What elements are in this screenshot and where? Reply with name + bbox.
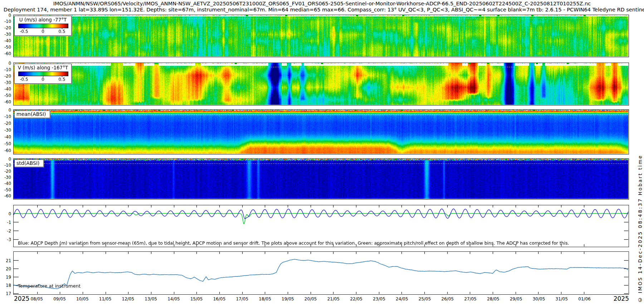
depth-variation-note: Blue: ADCP Depth (m) variation from sens… [18,240,569,246]
adcp-summary-figure: IMOS/ANMN/NSW/ORS065/Velocity/IMOS_ANMN-… [0,0,644,304]
x-tick-label: 22/05 [346,296,366,301]
absi-mean-heatmap [14,110,628,154]
y-tick-label: -50 [4,45,11,50]
colorbar-tick-label: 0.5 [58,77,65,82]
y-tick-label: -60 [4,99,11,104]
x-tick-label: 13/05 [141,296,161,301]
colorbar-tick-label: -0.5 [20,77,28,82]
y-tick-label: -20 [4,25,11,30]
x-tick-label: 18/05 [255,296,275,301]
y-tick-label: -20 [4,74,11,79]
panel-u-velocity: U (m/s) along -77°T -0.5 0 0.5 [13,15,629,57]
y-axis-temperature: 1718192021 [0,251,12,295]
y-tick-label: -30 [4,175,11,180]
y-axis-depth-absi-std: 0-10-20-30-40-50-60 [0,158,12,200]
x-tick-label: 26/05 [438,296,458,301]
y-tick-label: -40 [4,134,11,139]
y-tick-label: 0 [9,211,11,216]
y-axis-depth-absi-mean: 0-10-20-30-40-50-60 [0,109,12,155]
absi-std-heatmap [14,159,628,199]
panel-absi-std: std(ABSI) [13,158,629,200]
y-tick-label: -60 [4,193,11,198]
x-tick-label: 10/05 [72,296,92,301]
x-axis-year-left: 2025 [14,295,29,302]
x-tick-label: 31/05 [552,296,572,301]
u-colorbar-legend: U (m/s) along -77°T -0.5 0 0.5 [14,16,72,36]
title-filename: IMOS/ANMN/NSW/ORS065/Velocity/IMOS_ANMN-… [4,1,640,6]
y-axis-depth-v: 0-10-20-30-40-50-60 [0,63,12,106]
y-tick-label: -60 [4,148,11,153]
copyright-stamp: © IMOS 14-Dec-2025 08:48:37 Hobart time [637,138,643,303]
y-tick-label: -1 [7,220,11,225]
colorbar-tick-label: 0 [42,29,44,34]
y-axis-depth-variation: 0-1-2-3 [0,205,12,247]
x-tick-label: 28/05 [483,296,503,301]
y-tick-label: 17 [6,291,11,296]
x-tick-label: 29/05 [506,296,526,301]
y-tick-label: 21 [6,258,11,263]
y-tick-label: -40 [4,181,11,186]
x-tick-label: 11/05 [95,296,115,301]
y-tick-label: -40 [4,87,11,92]
x-tick-label: 20/05 [301,296,321,301]
y-tick-label: -30 [4,128,11,133]
x-tick-label: 09/05 [49,296,69,301]
y-tick-label: 0 [9,157,11,162]
y-tick-label: 0 [9,13,11,18]
x-tick-label: 19/05 [278,296,298,301]
u-legend-title: U (m/s) along -77°T [15,17,71,23]
v-colorbar-gradient [18,72,68,76]
x-tick-label: 21/05 [323,296,343,301]
x-tick-label: 08/05 [27,296,47,301]
title-deployment-info: Deployment 174, member 1 lat=33.89S lon=… [4,7,640,13]
y-tick-label: 0 [9,61,11,66]
y-tick-label: -40 [4,38,11,43]
y-tick-label: 19 [6,275,11,280]
y-tick-label: -60 [4,51,11,56]
panel-absi-mean: mean(ABSI) [13,109,629,155]
y-tick-label: -20 [4,121,11,126]
absi-mean-label-box: mean(ABSI) [14,111,50,118]
v-velocity-heatmap [14,63,628,105]
u-velocity-heatmap [14,15,628,57]
colorbar-tick-label: 0 [42,77,44,82]
colorbar-tick-label: -0.5 [20,29,28,34]
temperature-label: Temperature at instrument [18,283,80,289]
y-tick-label: -20 [4,169,11,174]
y-tick-label: -3 [7,237,11,242]
y-tick-label: -2 [7,229,11,234]
x-tick-label: 12/05 [118,296,138,301]
x-tick-label: 25/05 [415,296,435,301]
x-tick-label: 01/06 [575,296,595,301]
y-tick-label: -10 [4,114,11,119]
x-tick-label: 14/05 [164,296,184,301]
x-axis-year-right: 2025 [604,295,629,302]
y-tick-label: 20 [6,266,11,271]
y-tick-label: 18 [6,283,11,288]
v-legend-title: V (m/s) along -167°T [15,65,71,70]
x-tick-label: 24/05 [392,296,412,301]
y-tick-label: -10 [4,163,11,168]
x-tick-label: 16/05 [209,296,229,301]
panel-v-velocity: V (m/s) along -167°T -0.5 0 0.5 [13,63,629,106]
y-tick-label: 0 [9,108,11,113]
y-tick-label: -10 [4,19,11,24]
panel-depth-variation: Blue: ADCP Depth (m) variation from sens… [13,205,629,247]
y-tick-label: -50 [4,141,11,146]
colorbar-tick-label: 0.5 [58,29,65,34]
y-tick-label: -50 [4,93,11,98]
x-tick-label: 27/05 [460,296,480,301]
x-tick-label: 30/05 [529,296,549,301]
y-tick-label: -30 [4,32,11,37]
y-tick-label: -10 [4,67,11,72]
absi-std-label-box: std(ABSI) [14,160,44,167]
temperature-plot [14,252,628,294]
x-tick-label: 17/05 [232,296,252,301]
u-colorbar-gradient [18,24,68,28]
v-colorbar-legend: V (m/s) along -167°T -0.5 0 0.5 [14,64,72,84]
x-tick-label: 15/05 [186,296,206,301]
panel-temperature: Temperature at instrument [13,251,629,295]
y-axis-depth-u: 0-10-20-30-40-50-60 [0,15,12,57]
y-tick-label: -50 [4,187,11,192]
x-tick-label: 23/05 [369,296,389,301]
